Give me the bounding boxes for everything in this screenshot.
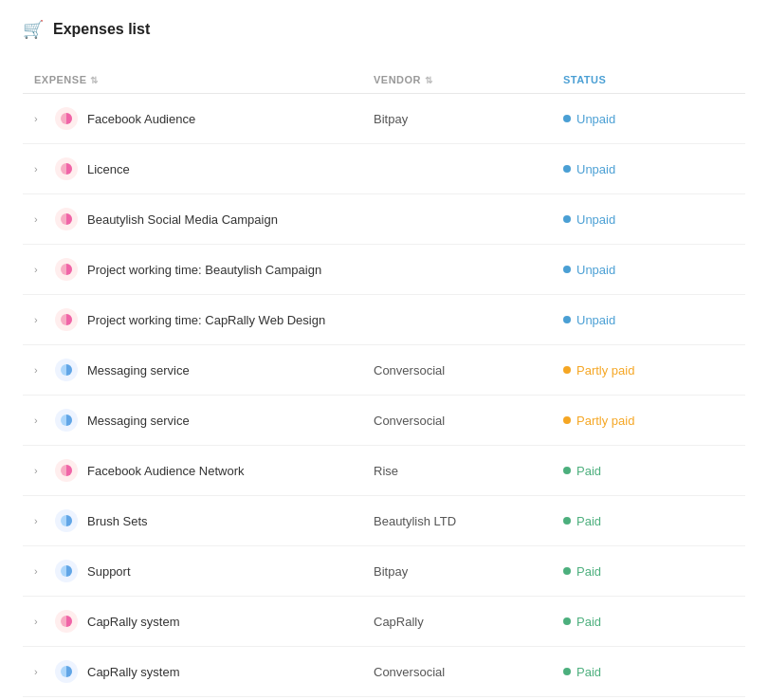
chevron-icon: ›: [34, 163, 46, 175]
expense-name: Facebook Audience Network: [87, 464, 244, 478]
table-row[interactable]: › Facebook Audience Bitpay Unpaid: [23, 94, 745, 144]
chevron-icon: ›: [34, 213, 46, 225]
status-cell: Partly paid: [563, 414, 734, 428]
status-cell: Paid: [563, 615, 734, 629]
status-cell: Paid: [563, 514, 734, 528]
status-cell: Paid: [563, 464, 734, 478]
table-row[interactable]: › Messaging service Conversocial Partly …: [23, 396, 745, 446]
expense-icon: [55, 308, 78, 331]
status-dot: [563, 215, 571, 223]
table-row[interactable]: › Support Bitpay Paid: [23, 546, 745, 597]
chevron-icon: ›: [34, 515, 46, 526]
status-text: Paid: [576, 615, 601, 629]
status-dot: [563, 266, 571, 273]
expense-name: CapRally system: [87, 665, 180, 679]
expense-icon: [55, 208, 78, 230]
status-dot: [563, 517, 571, 525]
status-cell: Unpaid: [563, 112, 734, 126]
table-row[interactable]: › CapRally system CapRally Paid: [23, 597, 745, 647]
expense-icon: [55, 359, 78, 381]
status-cell: Unpaid: [563, 212, 734, 227]
vendor-cell: CapRally: [374, 615, 563, 629]
expense-name: Messaging service: [87, 363, 190, 378]
expense-name: Facebook Audience: [87, 112, 195, 126]
table-row[interactable]: › Brush Sets Beautylish LTD Paid: [23, 496, 745, 546]
status-cell: Unpaid: [563, 313, 734, 327]
chevron-icon: ›: [34, 565, 46, 577]
status-text: Paid: [576, 464, 601, 478]
status-text: Unpaid: [576, 212, 615, 227]
expense-cell: › Brush Sets: [34, 509, 374, 532]
expense-cell: › Licence: [34, 157, 374, 180]
expense-icon: [55, 409, 78, 432]
expense-name: Support: [87, 564, 131, 579]
expense-cell: › Messaging service: [34, 409, 374, 432]
expense-cell: › CapRally system: [34, 660, 374, 683]
expenses-table: EXPENSE ⇅ VENDOR ⇅ STATUS › Facebook Aud…: [23, 66, 745, 700]
chevron-icon: ›: [34, 364, 46, 376]
status-text: Unpaid: [576, 112, 615, 126]
expense-icon: [55, 107, 78, 130]
sort-icon-vendor[interactable]: ⇅: [425, 75, 433, 85]
expense-icon: [55, 258, 78, 281]
expense-name: CapRally system: [87, 615, 180, 629]
expense-cell: › Project working time: Beautylish Campa…: [34, 258, 374, 281]
table-header: EXPENSE ⇅ VENDOR ⇅ STATUS: [23, 66, 745, 94]
status-dot: [563, 567, 571, 575]
page-header: 🛒 Expenses list: [23, 19, 745, 40]
status-dot: [563, 165, 571, 173]
expense-name: Project working time: Beautylish Campaig…: [87, 263, 321, 277]
vendor-cell: Rise: [374, 464, 563, 478]
expense-icon: [55, 560, 78, 582]
status-text: Unpaid: [576, 162, 615, 176]
cart-icon: 🛒: [23, 19, 44, 40]
expense-icon: [55, 660, 78, 683]
status-cell: Partly paid: [563, 363, 734, 378]
vendor-cell: Conversocial: [374, 414, 563, 428]
chevron-icon: ›: [34, 314, 46, 325]
vendor-cell: Beautylish LTD: [374, 514, 563, 528]
status-text: Paid: [576, 564, 601, 579]
table-row[interactable]: › Project working time: Beautylish Campa…: [23, 245, 745, 295]
expense-name: Messaging service: [87, 414, 190, 428]
chevron-icon: ›: [34, 616, 46, 627]
chevron-icon: ›: [34, 264, 46, 275]
table-row[interactable]: › Licence Unpaid: [23, 144, 745, 194]
status-text: Unpaid: [576, 313, 615, 327]
chevron-icon: ›: [34, 465, 46, 476]
expense-name: Licence: [87, 162, 130, 176]
expense-icon: [55, 157, 78, 180]
table-row[interactable]: › Project working time: CapRally Web Des…: [23, 295, 745, 345]
expense-icon: [55, 610, 78, 633]
table-body: › Facebook Audience Bitpay Unpaid ›: [23, 94, 745, 700]
expense-cell: › Facebook Audience Network: [34, 459, 374, 482]
status-cell: Unpaid: [563, 162, 734, 176]
status-dot: [563, 366, 571, 374]
status-dot: [563, 416, 571, 424]
status-cell: Unpaid: [563, 263, 734, 277]
status-dot: [563, 467, 571, 474]
expense-icon: [55, 509, 78, 532]
expense-icon: [55, 459, 78, 482]
vendor-cell: Bitpay: [374, 564, 563, 579]
expense-cell: › Project working time: CapRally Web Des…: [34, 308, 374, 331]
status-dot: [563, 115, 571, 122]
expense-cell: › Beautylish Social Media Campaign: [34, 208, 374, 230]
expense-cell: › Facebook Audience: [34, 107, 374, 130]
sort-icon-expense[interactable]: ⇅: [90, 75, 99, 85]
vendor-cell: Conversocial: [374, 665, 563, 679]
table-row[interactable]: › CapRally system Conversocial Paid: [23, 647, 745, 697]
status-cell: Paid: [563, 564, 734, 579]
vendor-cell: Conversocial: [374, 363, 563, 378]
expense-cell: › CapRally system: [34, 610, 374, 633]
table-row[interactable]: › Beautylish Social Media Campaign Unpai…: [23, 194, 745, 245]
col-header-vendor: VENDOR ⇅: [374, 74, 563, 85]
status-dot: [563, 617, 571, 625]
expense-name: Beautylish Social Media Campaign: [87, 212, 278, 227]
chevron-icon: ›: [34, 414, 46, 426]
table-row[interactable]: › Messaging service Conversocial Partly …: [23, 345, 745, 396]
table-row[interactable]: › Facebook Audience Network Rise Paid: [23, 446, 745, 496]
status-text: Paid: [576, 665, 601, 679]
status-text: Partly paid: [576, 363, 634, 378]
chevron-icon: ›: [34, 666, 46, 677]
